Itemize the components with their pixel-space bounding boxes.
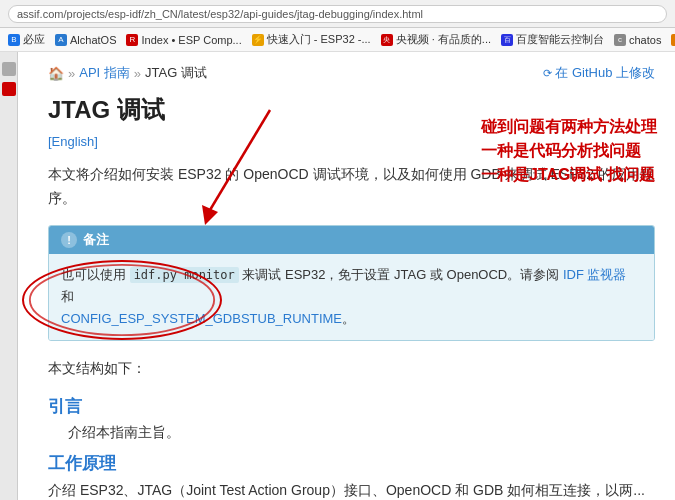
note-icon: !	[61, 232, 77, 248]
note-header: ! 备注	[49, 226, 654, 254]
sidebar-icon-2	[2, 82, 16, 96]
config-link[interactable]: CONFIG_ESP_SYSTEM_GDBSTUB_RUNTIME	[61, 311, 342, 326]
bookmark-chatos[interactable]: c chatos	[614, 34, 661, 46]
baidu-icon: 百	[501, 34, 513, 46]
bookmark-label: 必应	[23, 32, 45, 47]
browser-bar: assif.com/projects/esp-idf/zh_CN/latest/…	[0, 0, 675, 28]
home-icon[interactable]: 🏠	[48, 66, 64, 81]
note-text-mid: 来调试 ESP32，免于设置 JTAG 或 OpenOCD。请参阅	[239, 267, 563, 282]
api-guide-link[interactable]: API 指南	[79, 64, 130, 82]
left-sidebar	[0, 52, 18, 500]
idf-monitor-link[interactable]: IDF 监视器	[563, 267, 627, 282]
note-text-start: 也可以使用	[61, 267, 130, 282]
bookmark-index[interactable]: R Index • ESP Comp...	[126, 34, 241, 46]
bookmark-label: 百度智能云控制台	[516, 32, 604, 47]
section2-title: 工作原理	[48, 452, 655, 475]
chatos-icon: c	[614, 34, 626, 46]
sidebar-icon-1	[2, 62, 16, 76]
bookmark-label: 快速入门 - ESP32 -...	[267, 32, 371, 47]
note-code-monitor: idf.py monitor	[130, 267, 239, 283]
learn-icon: L	[671, 34, 675, 46]
annotation-text: 碰到问题有两种方法处理 一种是代码分析找问题 一种是JTAG调试 找问题	[481, 115, 657, 187]
note-text-end: 。	[342, 311, 355, 326]
alchatos-icon: A	[55, 34, 67, 46]
bookmark-alchatos[interactable]: A AlchatOS	[55, 34, 116, 46]
annotation-line3: 一种是JTAG调试 找问题	[481, 163, 657, 187]
breadcrumb-left: 🏠 » API 指南 » JTAG 调试	[48, 64, 207, 82]
bookmark-label: AlchatOS	[70, 34, 116, 46]
bookmark-cctv[interactable]: 央 央视频 · 有品质的...	[381, 32, 491, 47]
bookmark-baidu[interactable]: 百 百度智能云控制台	[501, 32, 604, 47]
quickstart-icon: ⚡	[252, 34, 264, 46]
breadcrumb-sep-2: »	[134, 66, 141, 81]
note-text-mid2: 和	[61, 289, 74, 304]
annotation-overlay: 碰到问题有两种方法处理 一种是代码分析找问题 一种是JTAG调试 找问题	[481, 115, 657, 187]
bookmark-label: chatos	[629, 34, 661, 46]
annotation-line2: 一种是代码分析找问题	[481, 139, 657, 163]
index-icon: R	[126, 34, 138, 46]
section1-desc: 介绍本指南主旨。	[68, 424, 655, 442]
bookmark-label: Index • ESP Comp...	[141, 34, 241, 46]
breadcrumb: 🏠 » API 指南 » JTAG 调试 在 GitHub 上修改	[48, 64, 655, 82]
breadcrumb-sep-1: »	[68, 66, 75, 81]
url-bar[interactable]: assif.com/projects/esp-idf/zh_CN/latest/…	[8, 5, 667, 23]
bookmark-learn[interactable]: L Learn	[671, 34, 675, 46]
note-title: 备注	[83, 231, 109, 249]
note-body: 也可以使用 idf.py monitor 来调试 ESP32，免于设置 JTAG…	[49, 254, 654, 340]
annotation-line1: 碰到问题有两种方法处理	[481, 115, 657, 139]
section1-title: 引言	[48, 395, 655, 418]
structure-intro: 本文结构如下：	[48, 357, 655, 381]
section2-desc: 介绍 ESP32、JTAG（Joint Test Action Group）接口…	[48, 479, 655, 500]
bookmark-biying[interactable]: B 必应	[8, 32, 45, 47]
bookmark-label: 央视频 · 有品质的...	[396, 32, 491, 47]
bookmark-quickstart[interactable]: ⚡ 快速入门 - ESP32 -...	[252, 32, 371, 47]
biying-icon: B	[8, 34, 20, 46]
cctv-icon: 央	[381, 34, 393, 46]
note-box: ! 备注 也可以使用 idf.py monitor 来调试 ESP32，免于设置…	[48, 225, 655, 341]
breadcrumb-current: JTAG 调试	[145, 64, 207, 82]
bookmark-bar: B 必应 A AlchatOS R Index • ESP Comp... ⚡ …	[0, 28, 675, 52]
github-link[interactable]: 在 GitHub 上修改	[543, 64, 655, 82]
